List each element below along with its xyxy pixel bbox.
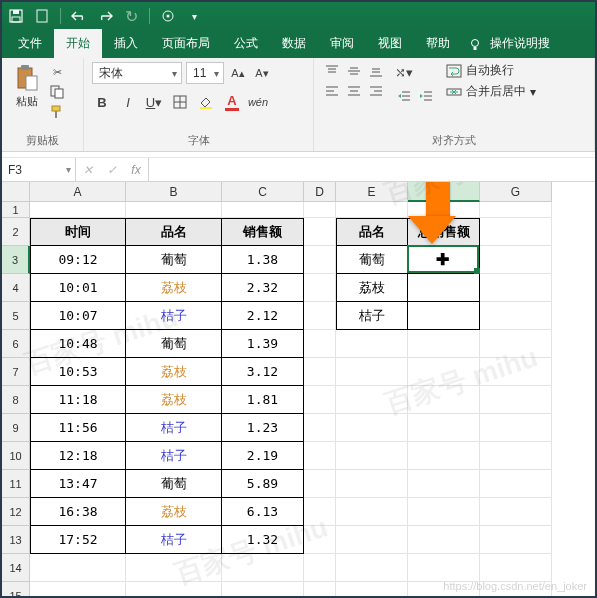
row-header-4[interactable]: 4 [2,274,30,302]
align-right-icon[interactable] [366,82,386,100]
italic-button[interactable]: I [118,92,138,112]
tab-help[interactable]: 帮助 [414,29,462,58]
cell-A1[interactable] [30,202,126,218]
fx-icon[interactable]: fx [124,163,148,177]
cell-G13[interactable] [480,526,552,554]
cell-B8[interactable]: 荔枝 [126,386,222,414]
cell-G8[interactable] [480,386,552,414]
cell-E1[interactable] [336,202,408,218]
save-icon[interactable] [8,8,24,24]
tab-insert[interactable]: 插入 [102,29,150,58]
cell-B13[interactable]: 桔子 [126,526,222,554]
qat-dropdown-icon[interactable]: ▾ [186,8,202,24]
cell-F2[interactable]: 总销售额 [408,218,480,246]
cell-G11[interactable] [480,470,552,498]
cell-G3[interactable] [480,246,552,274]
cell-D7[interactable] [304,358,336,386]
col-header-F[interactable]: F [408,182,480,202]
cell-G1[interactable] [480,202,552,218]
tab-review[interactable]: 审阅 [318,29,366,58]
cell-A2[interactable]: 时间 [30,218,126,246]
cell-F5[interactable] [408,302,480,330]
align-bottom-icon[interactable] [366,62,386,80]
cell-E10[interactable] [336,442,408,470]
name-box[interactable]: F3 [2,158,76,181]
format-painter-icon[interactable] [48,104,66,120]
enter-icon[interactable]: ✓ [100,163,124,177]
select-all-corner[interactable] [2,182,30,202]
cell-B15[interactable] [126,582,222,598]
cell-D6[interactable] [304,330,336,358]
cell-D10[interactable] [304,442,336,470]
cell-B14[interactable] [126,554,222,582]
cell-D8[interactable] [304,386,336,414]
cell-D14[interactable] [304,554,336,582]
cell-F14[interactable] [408,554,480,582]
align-middle-icon[interactable] [344,62,364,80]
row-header-1[interactable]: 1 [2,202,30,218]
redo-icon[interactable] [97,8,113,24]
cell-C5[interactable]: 2.12 [222,302,304,330]
cell-B5[interactable]: 桔子 [126,302,222,330]
cell-A12[interactable]: 16:38 [30,498,126,526]
cell-E2[interactable]: 品名 [336,218,408,246]
cell-F4[interactable] [408,274,480,302]
cell-E14[interactable] [336,554,408,582]
cell-A14[interactable] [30,554,126,582]
cell-A13[interactable]: 17:52 [30,526,126,554]
cell-C15[interactable] [222,582,304,598]
cell-E3[interactable]: 葡萄 [336,246,408,274]
new-icon[interactable] [34,8,50,24]
undo-icon[interactable] [71,8,87,24]
col-header-C[interactable]: C [222,182,304,202]
cell-A15[interactable] [30,582,126,598]
font-color-button[interactable]: A [222,92,242,112]
tab-data[interactable]: 数据 [270,29,318,58]
font-size-select[interactable]: 11 [186,62,224,84]
cell-E13[interactable] [336,526,408,554]
cell-G12[interactable] [480,498,552,526]
formula-input[interactable] [149,158,595,181]
cell-F13[interactable] [408,526,480,554]
row-header-15[interactable]: 15 [2,582,30,598]
col-header-G[interactable]: G [480,182,552,202]
cell-D2[interactable] [304,218,336,246]
cut-icon[interactable]: ✂ [48,64,66,80]
lightbulb-icon[interactable] [462,32,488,58]
cell-F7[interactable] [408,358,480,386]
fill-color-button[interactable] [196,92,216,112]
row-header-7[interactable]: 7 [2,358,30,386]
cell-G14[interactable] [480,554,552,582]
cell-C14[interactable] [222,554,304,582]
cell-F1[interactable] [408,202,480,218]
tab-formulas[interactable]: 公式 [222,29,270,58]
cell-E5[interactable]: 桔子 [336,302,408,330]
cell-G5[interactable] [480,302,552,330]
cell-C13[interactable]: 1.32 [222,526,304,554]
copy-icon[interactable] [48,84,66,100]
cell-C7[interactable]: 3.12 [222,358,304,386]
col-header-E[interactable]: E [336,182,408,202]
border-button[interactable] [170,92,190,112]
cell-B3[interactable]: 葡萄 [126,246,222,274]
cell-B2[interactable]: 品名 [126,218,222,246]
redo2-icon[interactable]: ↻ [123,8,139,24]
col-header-B[interactable]: B [126,182,222,202]
cell-E9[interactable] [336,414,408,442]
cell-B7[interactable]: 荔枝 [126,358,222,386]
cell-A6[interactable]: 10:48 [30,330,126,358]
cell-B6[interactable]: 葡萄 [126,330,222,358]
decrease-font-icon[interactable]: A▾ [252,63,272,83]
cell-C8[interactable]: 1.81 [222,386,304,414]
cell-D12[interactable] [304,498,336,526]
cell-A9[interactable]: 11:56 [30,414,126,442]
cell-D1[interactable] [304,202,336,218]
cell-C11[interactable]: 5.89 [222,470,304,498]
cell-G2[interactable] [480,218,552,246]
row-header-3[interactable]: 3 [2,246,30,274]
paste-button[interactable]: 粘贴 [10,62,44,111]
cell-B12[interactable]: 荔枝 [126,498,222,526]
row-header-14[interactable]: 14 [2,554,30,582]
cell-C9[interactable]: 1.23 [222,414,304,442]
cell-C1[interactable] [222,202,304,218]
